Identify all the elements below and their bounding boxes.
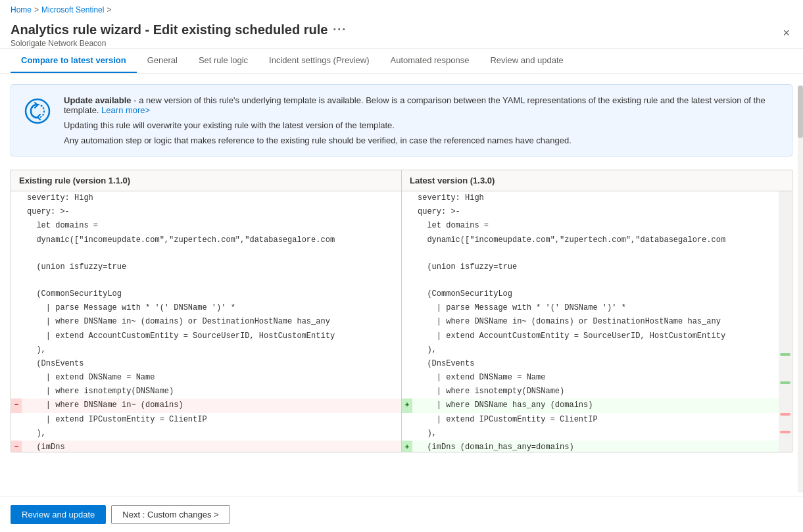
code-line: − | where DNSName in~ (domains) bbox=[11, 399, 401, 412]
line-indicator bbox=[11, 329, 22, 343]
line-content: | where DNSName has_any (domains) bbox=[412, 399, 792, 412]
line-content: dynamic(["incomeupdate.com","zupertech.c… bbox=[412, 233, 792, 247]
close-button[interactable]: × bbox=[780, 24, 792, 43]
code-line: − (imDns bbox=[11, 441, 401, 452]
latest-version-code[interactable]: severity: Highquery: >- let domains = dy… bbox=[402, 191, 792, 452]
line-indicator: + bbox=[402, 441, 412, 452]
breadcrumb-sentinel[interactable]: Microsoft Sentinel bbox=[41, 5, 104, 14]
line-indicator bbox=[11, 357, 22, 371]
line-indicator bbox=[402, 287, 412, 301]
line-content: (DnsEvents bbox=[412, 357, 792, 371]
code-line: ), bbox=[11, 343, 401, 357]
tab-automated[interactable]: Automated response bbox=[380, 49, 480, 73]
line-content: (CommonSecurityLog bbox=[412, 287, 792, 301]
code-line: + (imDns (domain_has_any=domains) bbox=[402, 441, 792, 452]
line-indicator bbox=[11, 274, 22, 287]
code-line: (CommonSecurityLog bbox=[402, 287, 792, 301]
code-line: (DnsEvents bbox=[11, 357, 401, 371]
line-indicator bbox=[402, 427, 412, 441]
breadcrumb-sep1: > bbox=[34, 5, 39, 14]
line-indicator bbox=[402, 191, 412, 205]
line-indicator bbox=[402, 371, 412, 385]
line-content: | extend AccountCustomEntity = SourceUse… bbox=[412, 329, 792, 343]
line-content: (CommonSecurityLog bbox=[22, 287, 401, 301]
line-content: | extend IPCustomEntity = ClientIP bbox=[22, 413, 401, 427]
code-line: (CommonSecurityLog bbox=[11, 287, 401, 301]
code-line: let domains = bbox=[11, 219, 401, 233]
line-indicator bbox=[402, 274, 412, 287]
line-content: | extend DNSName = Name bbox=[412, 371, 792, 385]
code-line: | parse Message with * '(' DNSName ')' * bbox=[402, 301, 792, 315]
line-content: (imDns bbox=[22, 441, 401, 452]
line-indicator bbox=[402, 247, 412, 260]
line-indicator bbox=[11, 287, 22, 301]
line-content: ), bbox=[412, 427, 792, 441]
minimap-added-1 bbox=[780, 353, 791, 356]
line-content: query: >- bbox=[22, 205, 401, 219]
line-indicator: − bbox=[11, 441, 22, 452]
code-line: ), bbox=[11, 427, 401, 441]
line-indicator bbox=[402, 219, 412, 233]
tab-review[interactable]: Review and update bbox=[479, 49, 573, 73]
line-indicator bbox=[11, 371, 22, 385]
line-content: severity: High bbox=[22, 191, 401, 205]
line-content: | parse Message with * '(' DNSName ')' * bbox=[22, 301, 401, 315]
banner-main-text: Update available - a new version of this… bbox=[64, 95, 781, 115]
line-indicator bbox=[11, 301, 22, 315]
line-indicator bbox=[402, 357, 412, 371]
scrollbar-thumb[interactable] bbox=[798, 85, 803, 138]
breadcrumb-home[interactable]: Home bbox=[11, 5, 32, 14]
tab-general[interactable]: General bbox=[137, 49, 188, 73]
code-line: | extend DNSName = Name bbox=[11, 371, 401, 385]
banner-description: - a new version of this rule's underlyin… bbox=[64, 95, 766, 115]
page-scrollbar[interactable] bbox=[798, 85, 803, 493]
line-content bbox=[412, 274, 792, 287]
breadcrumb-sep2: > bbox=[107, 5, 111, 14]
line-indicator bbox=[11, 343, 22, 357]
banner-warning2: Any automation step or logic that makes … bbox=[64, 135, 781, 145]
existing-rule-panel: Existing rule (version 1.1.0) severity: … bbox=[11, 170, 401, 452]
line-indicator bbox=[402, 233, 412, 247]
code-line bbox=[402, 247, 792, 260]
code-line bbox=[11, 247, 401, 260]
wizard-title: Analytics rule wizard - Edit existing sc… bbox=[11, 22, 347, 37]
line-content: (union isfuzzy=true bbox=[22, 260, 401, 274]
code-line: | extend AccountCustomEntity = SourceUse… bbox=[402, 329, 792, 343]
line-indicator: + bbox=[402, 399, 412, 412]
line-content: | where DNSName in~ (domains) or Destina… bbox=[412, 315, 792, 329]
line-indicator bbox=[11, 427, 22, 441]
line-indicator bbox=[11, 219, 22, 233]
code-line: | where isnotempty(DNSName) bbox=[11, 385, 401, 399]
next-button[interactable]: Next : Custom changes > bbox=[111, 505, 230, 524]
line-content: query: >- bbox=[412, 205, 792, 219]
review-update-button[interactable]: Review and update bbox=[11, 505, 106, 524]
line-indicator bbox=[11, 315, 22, 329]
line-content: | extend IPCustomEntity = ClientIP bbox=[412, 413, 792, 427]
line-indicator bbox=[11, 413, 22, 427]
code-line: let domains = bbox=[402, 219, 792, 233]
wizard-subtitle: Solorigate Network Beacon bbox=[11, 39, 347, 48]
learn-more-link[interactable]: Learn more> bbox=[101, 105, 150, 115]
code-line: (union isfuzzy=true bbox=[11, 260, 401, 274]
existing-rule-code[interactable]: severity: Highquery: >- let domains = dy… bbox=[11, 191, 401, 452]
line-indicator bbox=[402, 413, 412, 427]
line-content: | extend AccountCustomEntity = SourceUse… bbox=[22, 329, 401, 343]
banner-text: Update available - a new version of this… bbox=[64, 95, 781, 145]
tab-rule-logic[interactable]: Set rule logic bbox=[188, 49, 258, 73]
code-line: + | where DNSName has_any (domains) bbox=[402, 399, 792, 412]
minimap-added-2 bbox=[780, 381, 791, 384]
code-line: query: >- bbox=[402, 205, 792, 219]
line-content bbox=[22, 247, 401, 260]
line-indicator bbox=[11, 233, 22, 247]
code-line: | extend AccountCustomEntity = SourceUse… bbox=[11, 329, 401, 343]
line-content: (imDns (domain_has_any=domains) bbox=[412, 441, 792, 452]
line-indicator bbox=[11, 205, 22, 219]
latest-version-header: Latest version (1.3.0) bbox=[402, 170, 792, 191]
code-line: | extend DNSName = Name bbox=[402, 371, 792, 385]
minimap-removed-1 bbox=[780, 413, 791, 416]
tab-incident[interactable]: Incident settings (Preview) bbox=[258, 49, 379, 73]
code-line: | where DNSName in~ (domains) or Destina… bbox=[402, 315, 792, 329]
tab-compare[interactable]: Compare to latest version bbox=[11, 49, 137, 73]
wizard-more-options[interactable]: ··· bbox=[333, 23, 347, 37]
code-line: query: >- bbox=[11, 205, 401, 219]
